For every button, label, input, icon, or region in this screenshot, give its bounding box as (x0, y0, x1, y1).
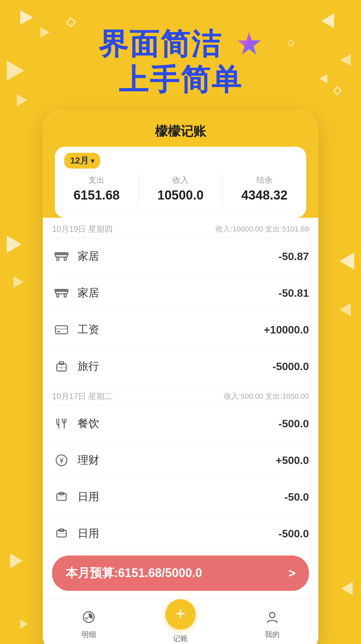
transaction-item[interactable]: 家居 -50.81 (52, 275, 309, 312)
transaction-name: 家居 (78, 249, 278, 264)
svg-rect-6 (64, 294, 66, 297)
transaction-item[interactable]: 日用 -500.0 (52, 515, 309, 552)
nav-item-add[interactable]: + 记账 (134, 606, 226, 644)
transaction-item[interactable]: 家居 -50.87 (52, 238, 309, 275)
transaction-name: 餐饮 (78, 416, 278, 431)
transaction-icon-card (52, 320, 71, 339)
income-stat: 收入 10500.0 (138, 172, 223, 205)
transaction-name: 旅行 (78, 359, 272, 374)
transaction-amount: -50.87 (278, 250, 309, 263)
date-header: 10月17日 星期二 收入:500.00 支出:1050.00 (52, 385, 309, 405)
svg-rect-1 (57, 257, 59, 260)
app-title: 檬檬记账 (55, 119, 306, 147)
month-label: 12月 (70, 155, 89, 167)
transaction-name: 理财 (78, 453, 276, 468)
svg-text:¥: ¥ (59, 456, 64, 465)
income-value: 10500.0 (139, 188, 223, 203)
date-header: 10月19日 星期四 收入:10000.00 支出:5101.68 (52, 218, 309, 238)
svg-rect-5 (57, 294, 59, 297)
transaction-amount: +10000.0 (264, 324, 309, 336)
transaction-icon-furniture (52, 247, 71, 266)
transaction-icon-furniture (52, 284, 71, 302)
svg-rect-4 (55, 290, 68, 294)
deco-triangle-bottom-1 (10, 553, 23, 568)
profile-nav-label: 我的 (265, 630, 280, 640)
svg-rect-10 (57, 331, 60, 332)
transaction-icon-dining (52, 414, 71, 433)
transaction-item[interactable]: ¥ 理财 +500.0 (52, 442, 309, 479)
expense-stat: 支出 6151.68 (55, 172, 138, 205)
profile-icon (266, 610, 279, 627)
transaction-icon-daily (52, 524, 71, 543)
transaction-amount: -500.0 (278, 528, 309, 540)
detail-nav-label: 明细 (81, 630, 96, 640)
hero-line2: 上手简单 (0, 63, 361, 97)
income-label: 收入 (139, 175, 223, 185)
transaction-amount: +500.0 (276, 454, 309, 467)
detail-icon (82, 610, 95, 627)
nav-item-detail[interactable]: 明细 (43, 610, 134, 640)
svg-rect-9 (55, 328, 68, 330)
expense-value: 6151.68 (55, 188, 138, 203)
phone-top-area: 檬檬记账 12月 支出 6151.68 收入 10500.0 结余 4348.3… (43, 110, 318, 218)
balance-value: 4348.32 (223, 188, 306, 203)
hero-line1-text: 界面简洁 (98, 27, 222, 61)
budget-text: 本月预算:6151.68/5000.0 (66, 565, 202, 581)
svg-point-26 (270, 612, 275, 618)
transaction-icon-finance: ¥ (52, 451, 71, 470)
star-icon (236, 30, 263, 63)
transaction-amount: -500.0 (278, 418, 309, 430)
deco-triangle-bottom-2 (341, 582, 353, 595)
expense-label: 支出 (55, 175, 138, 185)
transaction-icon-luggage (52, 357, 71, 376)
phone-mockup: 檬檬记账 12月 支出 6151.68 收入 10500.0 结余 4348.3… (43, 110, 318, 644)
stats-card: 12月 支出 6151.68 收入 10500.0 结余 4348.32 (55, 147, 306, 218)
add-nav-label: 记账 (173, 634, 188, 644)
deco-triangle-bottom-3 (20, 619, 28, 629)
transaction-amount: -50.0 (284, 491, 309, 503)
add-icon: + (175, 605, 186, 622)
transaction-item[interactable]: 日用 -50.0 (52, 479, 309, 515)
transaction-item[interactable]: 餐饮 -500.0 (52, 405, 309, 442)
svg-rect-0 (55, 254, 68, 257)
transaction-item[interactable]: 工资 +10000.0 (52, 312, 309, 348)
bottom-nav: 明细 + 记账 我的 (43, 599, 318, 644)
add-button[interactable]: + (165, 599, 196, 630)
date-label: 10月19日 星期四 (52, 224, 113, 235)
hero-section: 界面简洁 上手简单 (0, 0, 361, 97)
transaction-name: 日用 (78, 490, 284, 504)
month-selector[interactable]: 12月 (64, 153, 100, 169)
budget-arrow-icon: > (288, 566, 295, 580)
transaction-name: 日用 (78, 526, 278, 541)
balance-label: 结余 (223, 175, 306, 185)
date-summary: 收入:10000.00 支出:5101.68 (215, 224, 309, 234)
transaction-name: 家居 (78, 286, 278, 300)
nav-item-profile[interactable]: 我的 (227, 610, 318, 640)
deco-triangle-10 (339, 252, 354, 270)
svg-rect-2 (64, 257, 66, 260)
hero-line1: 界面简洁 (0, 27, 361, 63)
balance-stat: 结余 4348.32 (222, 172, 306, 205)
transaction-amount: -5000.0 (272, 360, 309, 373)
deco-triangle-11 (339, 303, 351, 316)
deco-triangle-8 (7, 236, 22, 253)
transaction-amount: -50.81 (278, 287, 309, 299)
transaction-name: 工资 (78, 322, 264, 337)
transaction-list: 10月19日 星期四 收入:10000.00 支出:5101.68 家居 -50… (43, 218, 318, 552)
transaction-icon-daily (52, 488, 71, 506)
stats-row: 支出 6151.68 收入 10500.0 结余 4348.32 (55, 172, 306, 211)
transaction-item[interactable]: 旅行 -5000.0 (52, 348, 309, 385)
deco-triangle-9 (13, 276, 24, 288)
budget-bar[interactable]: 本月预算:6151.68/5000.0 > (52, 556, 309, 591)
date-summary: 收入:500.00 支出:1050.00 (224, 391, 309, 401)
date-label: 10月17日 星期二 (52, 391, 113, 402)
